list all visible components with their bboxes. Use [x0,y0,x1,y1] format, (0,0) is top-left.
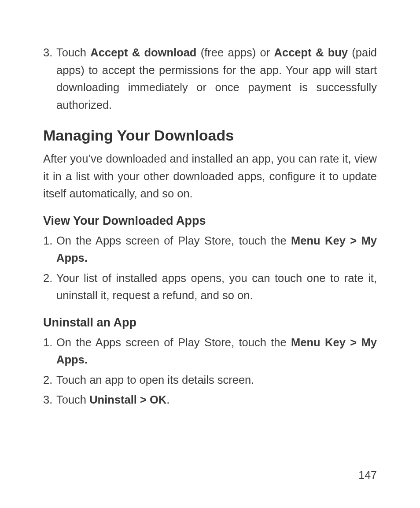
text-run: On the Apps screen of Play Store, touch … [56,336,291,349]
list-number: 3. [43,391,56,409]
heading-view-downloaded: View Your Downloaded Apps [43,214,377,228]
list-body: On the Apps screen of Play Store, touch … [56,232,377,267]
list-number: 1. [43,334,56,369]
list-body: Touch Uninstall > OK. [56,391,377,409]
text-run: . [166,393,169,406]
intro-paragraph: After you’ve downloaded and installed an… [43,150,377,203]
uninstall-step-2: 2. Touch an app to open its details scre… [43,371,377,389]
page: 3. Touch Accept & download (free apps) o… [0,0,420,508]
page-number: 147 [358,469,377,482]
list-body: Touch an app to open its details screen. [56,371,377,389]
text-run: Your list of installed apps opens, you c… [56,272,377,302]
heading-uninstall: Uninstall an App [43,316,377,330]
bold-run: Accept & download [90,46,196,59]
list-number: 2. [43,371,56,389]
list-body: Your list of installed apps opens, you c… [56,270,377,304]
list-number: 3. [43,44,56,114]
text-run: Touch [56,393,89,406]
view-step-1: 1. On the Apps screen of Play Store, tou… [43,232,377,267]
heading-managing-downloads: Managing Your Downloads [43,127,377,144]
uninstall-step-3: 3. Touch Uninstall > OK. [43,391,377,409]
bold-run: Uninstall > OK [89,393,166,406]
bold-run: Accept & buy [274,46,348,59]
step-3-accept: 3. Touch Accept & download (free apps) o… [43,44,377,114]
view-step-2: 2. Your list of installed apps opens, yo… [43,270,377,304]
text-run: (free apps) or [196,46,274,59]
list-body: Touch Accept & download (free apps) or A… [56,44,377,114]
list-number: 2. [43,270,56,304]
text-run: On the Apps screen of Play Store, touch … [56,234,291,247]
text-run: Touch an app to open its details screen. [56,374,254,386]
uninstall-step-1: 1. On the Apps screen of Play Store, tou… [43,334,377,369]
text-run: Touch [56,46,90,59]
list-number: 1. [43,232,56,267]
list-body: On the Apps screen of Play Store, touch … [56,334,377,369]
